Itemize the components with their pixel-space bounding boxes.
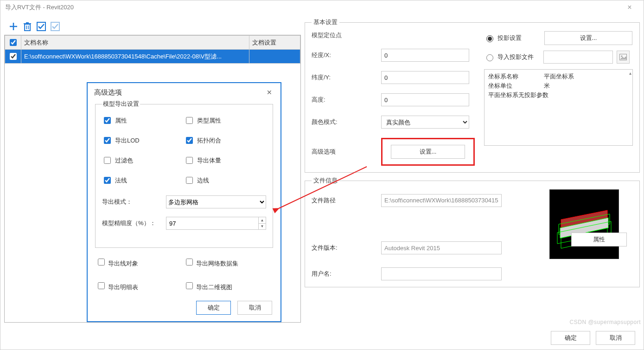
export-mode-select[interactable]: 多边形网格 bbox=[166, 195, 266, 208]
proj-info-val-0: 平面坐标系 bbox=[544, 72, 629, 81]
radio-projection[interactable]: 投影设置 bbox=[484, 34, 540, 42]
delete-file-button[interactable] bbox=[22, 21, 33, 32]
cb-topo-close[interactable]: 拓扑闭合 bbox=[184, 136, 266, 145]
longitude-label: 经度/X: bbox=[312, 51, 376, 59]
model-precision-label: 模型精细度（%）： bbox=[102, 219, 162, 227]
proj-info-key-1: 坐标单位 bbox=[488, 82, 544, 90]
svg-point-10 bbox=[621, 56, 623, 57]
table-row[interactable]: E:\soft\connect\WXWork\1688850373041548\… bbox=[5, 50, 300, 64]
cb-filter-color[interactable]: 过滤色 bbox=[102, 156, 184, 165]
basic-settings-legend: 基本设置 bbox=[312, 18, 339, 26]
altitude-input[interactable] bbox=[381, 93, 469, 106]
latitude-input[interactable] bbox=[381, 71, 469, 84]
radio-import-projection[interactable]: 导入投影文件 bbox=[484, 53, 540, 61]
model-precision-input[interactable] bbox=[166, 217, 257, 229]
check-blank-icon bbox=[50, 21, 60, 32]
advanced-settings-highlight: 设置... bbox=[381, 138, 475, 166]
cb-export-mass[interactable]: 导出体量 bbox=[184, 156, 266, 165]
projection-info-box[interactable]: ▴ 坐标系名称 平面坐标系 坐标单位 米 平面坐标系无投影参数 bbox=[484, 69, 633, 146]
proj-info-key-0: 坐标系名称 bbox=[488, 72, 544, 81]
cb-export-line-obj[interactable]: 导出线对象 bbox=[96, 257, 184, 268]
col-settings-header: 文档设置 bbox=[249, 36, 300, 50]
add-file-button[interactable] bbox=[8, 21, 19, 32]
file-version-label: 文件版本: bbox=[312, 244, 376, 252]
cb-export-lod[interactable]: 导出LOD bbox=[102, 136, 184, 145]
cb-edges[interactable]: 边线 bbox=[184, 175, 266, 185]
file-table: 文档名称 文档设置 E:\soft\connect\WXWork\1688850… bbox=[5, 35, 300, 64]
advanced-cancel-button[interactable]: 取消 bbox=[237, 301, 272, 315]
file-attributes-button[interactable]: 属性 bbox=[571, 233, 627, 246]
dialog-bottom-bar: 确定 取消 bbox=[0, 326, 644, 350]
import-rvt-window: 导入RVT文件 - Revit2020 × bbox=[0, 0, 644, 350]
cb-type-attribute[interactable]: 类型属性 bbox=[184, 116, 266, 125]
plus-icon bbox=[8, 21, 19, 32]
latitude-label: 纬度/Y: bbox=[312, 73, 376, 82]
spin-up[interactable]: ▲ bbox=[259, 217, 266, 224]
window-title: 导入RVT文件 - Revit2020 bbox=[5, 3, 620, 12]
uncheck-all-button[interactable] bbox=[50, 21, 61, 32]
import-projection-path[interactable] bbox=[543, 51, 613, 64]
col-name-header: 文档名称 bbox=[21, 36, 249, 50]
altitude-label: 高度: bbox=[312, 96, 376, 104]
file-info-legend: 文件信息 bbox=[312, 176, 339, 185]
advanced-options-dialog: 高级选项 ✕ 模型导出设置 属性 类型属性 导出LOD 拓扑闭合 过滤色 导出体… bbox=[87, 82, 281, 322]
export-mode-label: 导出模式： bbox=[102, 198, 162, 206]
row-settings-cell[interactable] bbox=[249, 50, 300, 64]
model-precision-spinner[interactable]: ▲▼ bbox=[166, 217, 266, 230]
basic-settings-group: 基本设置 模型定位点 经度/X: 纬度/Y: 高度: 颜色模式: 真实颜色 bbox=[305, 18, 640, 173]
file-path-label: 文件路径 bbox=[312, 196, 376, 205]
check-icon bbox=[36, 21, 46, 32]
file-info-group: 文件信息 文件路径 bbox=[305, 176, 640, 287]
advanced-settings-button[interactable]: 设置... bbox=[391, 145, 465, 159]
header-checkbox-cell[interactable] bbox=[5, 36, 21, 50]
row-checkbox[interactable] bbox=[10, 53, 17, 60]
left-panel: 文档名称 文档设置 E:\soft\connect\WXWork\1688850… bbox=[4, 18, 301, 323]
cb-attribute[interactable]: 属性 bbox=[102, 116, 184, 125]
advanced-label: 高级选项 bbox=[312, 148, 376, 156]
svg-rect-2 bbox=[25, 24, 30, 31]
cb-export-network-dataset[interactable]: 导出网络数据集 bbox=[184, 257, 272, 268]
username-input[interactable] bbox=[381, 267, 502, 280]
spin-down[interactable]: ▼ bbox=[259, 224, 266, 230]
file-toolbar bbox=[4, 18, 301, 35]
username-label: 用户名: bbox=[312, 270, 376, 278]
check-all-button[interactable] bbox=[36, 21, 47, 32]
picture-icon bbox=[619, 54, 627, 60]
advanced-dialog-title: 高级选项 bbox=[94, 88, 122, 97]
export-settings-legend: 模型导出设置 bbox=[102, 100, 140, 108]
trash-icon bbox=[23, 21, 32, 32]
titlebar: 导入RVT文件 - Revit2020 × bbox=[0, 0, 644, 14]
browse-projection-button[interactable] bbox=[617, 51, 630, 64]
cb-normals[interactable]: 法线 bbox=[102, 175, 184, 185]
color-mode-label: 颜色模式: bbox=[312, 118, 376, 126]
longitude-input[interactable] bbox=[381, 49, 469, 62]
proj-info-val-1: 米 bbox=[544, 82, 629, 90]
row-filename: E:\soft\connect\WXWork\1688850373041548\… bbox=[21, 50, 249, 64]
advanced-dialog-close[interactable]: ✕ bbox=[265, 88, 274, 97]
file-path-input[interactable] bbox=[381, 194, 502, 207]
cb-export-schedule[interactable]: 导出明细表 bbox=[96, 281, 184, 292]
color-mode-select[interactable]: 真实颜色 bbox=[381, 116, 469, 129]
dialog-ok-button[interactable]: 确定 bbox=[551, 331, 590, 345]
projection-settings-button[interactable]: 设置... bbox=[544, 31, 632, 45]
advanced-ok-button[interactable]: 确定 bbox=[196, 301, 231, 315]
window-close-button[interactable]: × bbox=[620, 3, 639, 12]
file-version-input[interactable] bbox=[381, 241, 502, 254]
file-thumbnail bbox=[549, 189, 619, 259]
dialog-cancel-button[interactable]: 取消 bbox=[596, 331, 635, 345]
proj-info-key-2: 平面坐标系无投影参数 bbox=[488, 91, 629, 99]
export-settings-group: 模型导出设置 属性 类型属性 导出LOD 拓扑闭合 过滤色 导出体量 法线 边线 bbox=[95, 100, 273, 248]
header-checkbox[interactable] bbox=[10, 39, 17, 46]
scroll-up-icon[interactable]: ▴ bbox=[629, 71, 631, 76]
anchor-label: 模型定位点 bbox=[312, 31, 376, 39]
cb-export-2d-view[interactable]: 导出二维视图 bbox=[184, 281, 272, 292]
